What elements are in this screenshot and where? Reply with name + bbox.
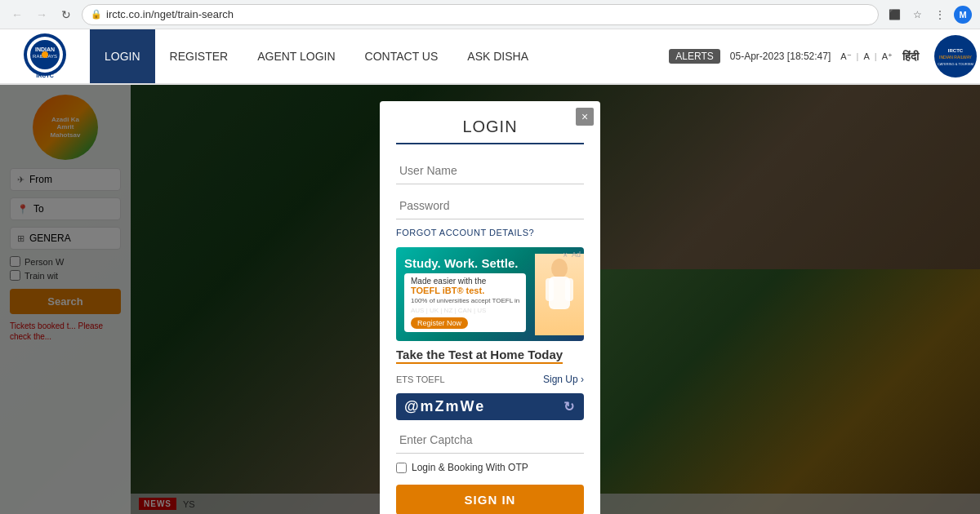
font-normal-btn[interactable]: A <box>863 51 869 61</box>
advertisement-banner: Study. Work. Settle. Made easier with th… <box>396 247 584 341</box>
browser-icons: ⬛ ☆ ⋮ M <box>885 6 972 24</box>
svg-point-6 <box>42 51 48 58</box>
svg-text:IRCTC: IRCTC <box>36 73 53 78</box>
sign-up-link[interactable]: Sign Up › <box>543 374 584 385</box>
reload-button[interactable]: ↻ <box>57 6 75 24</box>
nav-agent-login[interactable]: AGENT LOGIN <box>243 29 350 83</box>
forward-button[interactable]: → <box>33 6 51 24</box>
modal-overlay: × LOGIN FORGOT ACCOUNT DETAILS? Study. W… <box>0 85 980 514</box>
ad-accept-text: 100% of universities accept TOEFL in <box>411 297 519 304</box>
svg-point-11 <box>551 259 568 278</box>
alerts-badge[interactable]: ALERTS <box>669 49 719 64</box>
svg-rect-14 <box>565 278 573 301</box>
person-figure <box>539 254 580 335</box>
address-bar[interactable]: 🔒 irctc.co.in/nget/train-search <box>82 4 879 25</box>
irctc-logo: INDIAN RAILWAYS IRCTC <box>16 32 74 81</box>
svg-text:INDIAN: INDIAN <box>35 47 55 52</box>
take-test-label[interactable]: Take the Test at Home Today <box>396 348 563 364</box>
login-modal: × LOGIN FORGOT ACCOUNT DETAILS? Study. W… <box>380 101 600 514</box>
site-header: INDIAN RAILWAYS IRCTC LOGIN REGISTER AGE… <box>0 29 980 85</box>
username-input[interactable] <box>396 157 584 184</box>
ad-made-easier: Made easier with the <box>411 277 519 286</box>
password-input[interactable] <box>396 193 584 219</box>
bookmark-icon[interactable]: ☆ <box>908 6 926 24</box>
nav-right: ALERTS 05-Apr-2023 [18:52:47] A⁻ | A | A… <box>669 49 931 64</box>
ad-tag: Ad <box>572 250 581 259</box>
settings-icon[interactable]: ⋮ <box>931 6 949 24</box>
svg-text:IRCTC: IRCTC <box>947 48 963 53</box>
datetime-display: 05-Apr-2023 [18:52:47] <box>730 51 831 62</box>
back-button[interactable]: ← <box>8 6 26 24</box>
otp-label: Login & Booking With OTP <box>412 462 528 473</box>
svg-text:CATERING & TOURISM: CATERING & TOURISM <box>938 62 973 66</box>
user-avatar[interactable]: M <box>954 6 972 24</box>
ad-register-button[interactable]: Register Now <box>411 317 468 329</box>
ad-banner-text: Study. Work. Settle. Made easier with th… <box>396 250 535 339</box>
irctc-logo-area: INDIAN RAILWAYS IRCTC <box>0 32 90 81</box>
captcha-value: @mZmWe <box>404 398 485 415</box>
url-text: irctc.co.in/nget/train-search <box>106 8 234 20</box>
hindi-language-btn[interactable]: हिंदी <box>902 50 919 64</box>
ets-toefl-label: ETS TOEFL <box>396 374 445 384</box>
svg-rect-13 <box>546 278 554 301</box>
nav-login[interactable]: LOGIN <box>90 29 155 83</box>
sign-in-button[interactable]: SIGN IN <box>396 485 584 514</box>
ad-flags: AUS | UK | NZ | CAN | US <box>411 307 519 314</box>
lock-icon: 🔒 <box>91 9 102 20</box>
font-increase-btn[interactable]: A⁺ <box>882 51 893 62</box>
page-background: Azadi KaAmritMahotsav ✈ From 📍 To ⊞ GENE… <box>0 85 980 514</box>
ad-toefl-box: Made easier with the TOEFL iBT® test. 10… <box>404 273 526 332</box>
nav-menu: LOGIN REGISTER AGENT LOGIN CONTACT US AS… <box>90 29 669 83</box>
ets-toefl-row: ETS TOEFL Sign Up › <box>396 374 584 385</box>
irctc-right-logo: IRCTC INDIAN RAILWAY CATERING & TOURISM <box>931 32 980 81</box>
ad-close-small-button[interactable]: × <box>563 250 568 259</box>
extensions-icon[interactable]: ⬛ <box>885 6 903 24</box>
modal-title: LOGIN <box>396 117 584 144</box>
captcha-display: @mZmWe ↻ <box>396 393 584 420</box>
nav-ask-disha[interactable]: ASK DISHA <box>452 29 543 83</box>
font-decrease-btn[interactable]: A⁻ <box>840 51 851 62</box>
browser-chrome: ← → ↻ 🔒 irctc.co.in/nget/train-search ⬛ … <box>0 0 980 29</box>
svg-text:INDIAN RAILWAY: INDIAN RAILWAY <box>939 55 973 60</box>
ad-study-label: Study. Work. Settle. <box>404 256 527 270</box>
captcha-refresh-button[interactable]: ↻ <box>564 399 576 414</box>
otp-checkbox[interactable] <box>396 463 407 473</box>
otp-row: Login & Booking With OTP <box>396 462 584 473</box>
modal-close-button[interactable]: × <box>576 108 594 126</box>
forgot-account-link[interactable]: FORGOT ACCOUNT DETAILS? <box>396 228 584 237</box>
ad-toefl-label: TOEFL iBT® test. <box>411 286 519 295</box>
captcha-input[interactable] <box>396 427 584 454</box>
irctc-brand-logo: IRCTC INDIAN RAILWAY CATERING & TOURISM <box>933 34 978 79</box>
nav-contact-us[interactable]: CONTACT US <box>350 29 453 83</box>
ad-figure <box>535 254 584 335</box>
font-controls: A⁻ | A | A⁺ <box>840 51 893 62</box>
nav-register[interactable]: REGISTER <box>155 29 243 83</box>
take-test-section: Take the Test at Home Today <box>396 348 584 366</box>
